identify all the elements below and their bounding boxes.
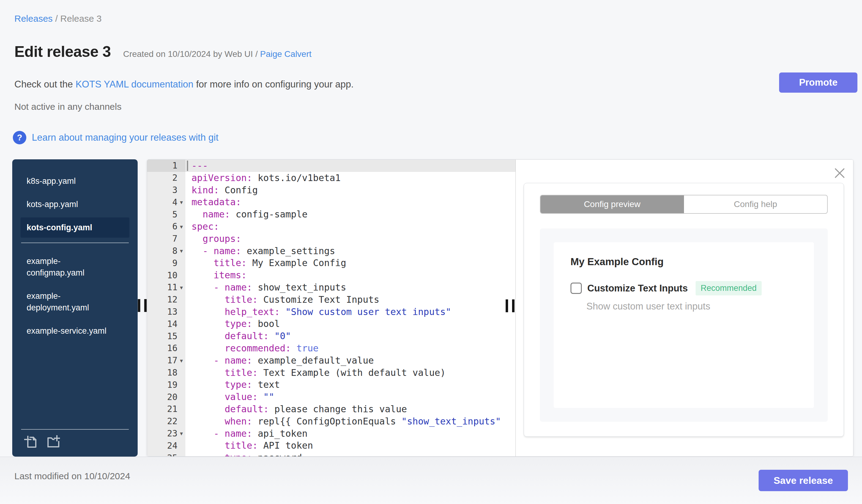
- last-modified-text: Last modified on 10/10/2024: [14, 471, 130, 481]
- token-plain: [192, 270, 213, 280]
- code-line-23[interactable]: - name: api_token: [185, 427, 515, 440]
- footer-bar: Last modified on 10/10/2024 Save release: [0, 456, 862, 504]
- code-line-20[interactable]: value: "": [185, 391, 515, 403]
- token-str: "": [263, 392, 274, 402]
- token-str: "show_text_inputs": [401, 416, 501, 427]
- new-file-icon[interactable]: [23, 435, 38, 449]
- code-line-11[interactable]: - name: show_text_inputs: [185, 281, 515, 294]
- title-row: Edit release 3 Created on 10/10/2024 by …: [14, 43, 311, 61]
- sidebar-file-example-deployment.yaml[interactable]: example-deployment.yaml: [21, 286, 129, 318]
- gutter-line-4: 4▾: [147, 196, 185, 208]
- fold-arrow-icon[interactable]: ▾: [178, 357, 185, 364]
- sidebar-file-kots-config.yaml[interactable]: kots-config.yaml: [21, 217, 129, 238]
- code-line-15[interactable]: default: "0": [185, 330, 515, 342]
- token-key: - name:: [213, 282, 252, 293]
- code-line-4[interactable]: metadata:: [185, 196, 515, 208]
- code-line-13[interactable]: help_text: "Show custom user text inputs…: [185, 306, 515, 318]
- config-preview-pane: Config previewConfig help My Example Con…: [516, 160, 853, 456]
- page-title: Edit release 3: [14, 43, 111, 61]
- token-plain: [192, 440, 224, 451]
- fold-arrow-icon[interactable]: ▾: [178, 248, 185, 254]
- customize-text-inputs-checkbox[interactable]: [571, 282, 582, 294]
- code-line-18[interactable]: title: Text Example (with default value): [185, 367, 515, 379]
- token-plain: please change this value: [269, 404, 407, 414]
- code-line-5[interactable]: name: config-sample: [185, 208, 515, 221]
- token-plain: [192, 294, 224, 305]
- gutter-line-5: 5: [147, 208, 185, 221]
- code-line-8[interactable]: - name: example_settings: [185, 245, 515, 257]
- breadcrumb-current: Release 3: [60, 13, 102, 24]
- gutter-line-21: 21: [147, 403, 185, 415]
- token-key: items:: [213, 270, 247, 280]
- line-number: 22: [167, 416, 178, 426]
- line-number: 17: [167, 355, 178, 366]
- line-number: 12: [167, 294, 178, 305]
- sidebar-file-k8s-app.yaml[interactable]: k8s-app.yaml: [21, 171, 129, 191]
- token-plain: api_token: [252, 428, 308, 439]
- line-number: 1: [172, 161, 178, 171]
- token-key: recommended:: [224, 343, 291, 354]
- token-key: ---: [192, 160, 208, 171]
- fold-arrow-icon[interactable]: ▾: [178, 199, 185, 205]
- created-text: Created on 10/10/2024 by Web UI /: [123, 49, 260, 59]
- promote-button[interactable]: Promote: [779, 72, 858, 93]
- code-line-3[interactable]: kind: Config: [185, 184, 515, 196]
- left-drag-handle[interactable]: [138, 299, 147, 312]
- code-line-2[interactable]: apiVersion: kots.io/v1beta1: [185, 172, 515, 184]
- fold-arrow-icon[interactable]: ▾: [178, 430, 185, 437]
- sidebar-file-example-service.yaml[interactable]: example-service.yaml: [21, 321, 129, 341]
- code-line-7[interactable]: groups:: [185, 233, 515, 245]
- token-plain: kots.io/v1beta1: [252, 172, 341, 183]
- code-line-25[interactable]: type: password: [185, 452, 515, 456]
- code-line-12[interactable]: title: Customize Text Inputs: [185, 294, 515, 306]
- sidebar-file-example-configmap.yaml[interactable]: example-configmap.yaml: [21, 251, 129, 283]
- code-line-21[interactable]: default: please change this value: [185, 403, 515, 415]
- gutter-line-24: 24: [147, 439, 185, 452]
- code-line-14[interactable]: type: bool: [185, 318, 515, 330]
- token-plain: [291, 343, 297, 354]
- fold-arrow-icon[interactable]: ▾: [178, 284, 185, 291]
- recommended-badge: Recommended: [696, 281, 761, 295]
- token-key: name:: [203, 209, 230, 220]
- save-release-button[interactable]: Save release: [759, 470, 848, 491]
- file-name: k8s-app.yaml: [27, 175, 112, 187]
- code-line-17[interactable]: - name: example_default_value: [185, 355, 515, 367]
- breadcrumb-releases-link[interactable]: Releases: [14, 13, 53, 24]
- code-line-19[interactable]: type: text: [185, 379, 515, 391]
- line-number: 20: [167, 392, 178, 402]
- created-author-link[interactable]: Paige Calvert: [260, 49, 311, 59]
- docs-suffix: for more info on configuring your app.: [193, 79, 354, 90]
- git-releases-link[interactable]: Learn about managing your releases with …: [32, 132, 218, 143]
- tab-config-help[interactable]: Config help: [684, 196, 827, 213]
- gutter-line-20: 20: [147, 391, 185, 403]
- token-key: help_text:: [224, 306, 280, 317]
- tab-config-preview[interactable]: Config preview: [540, 196, 684, 213]
- fold-arrow-icon[interactable]: ▾: [178, 223, 185, 230]
- drag-handle-bar: [138, 299, 140, 312]
- file-name: example-deployment.yaml: [27, 290, 112, 314]
- kots-yaml-docs-link[interactable]: KOTS YAML documentation: [76, 79, 193, 90]
- code-line-16[interactable]: recommended: true: [185, 342, 515, 355]
- code-line-6[interactable]: spec:: [185, 221, 515, 233]
- line-number: 3: [172, 185, 178, 195]
- close-icon[interactable]: [834, 168, 845, 178]
- right-drag-handle[interactable]: [506, 300, 514, 312]
- line-number: 8: [172, 246, 178, 256]
- code-line-10[interactable]: items:: [185, 269, 515, 281]
- editor-code[interactable]: ---apiVersion: kots.io/v1beta1kind: Conf…: [185, 160, 515, 456]
- token-plain: example_settings: [241, 246, 335, 256]
- code-line-9[interactable]: title: My Example Config: [185, 257, 515, 269]
- code-line-22[interactable]: when: repl{{ ConfigOptionEquals "show_te…: [185, 415, 515, 427]
- gutter-line-11: 11▾: [147, 281, 185, 294]
- line-number: 25: [167, 453, 178, 456]
- drag-handle-bar: [506, 300, 508, 312]
- sidebar-file-kots-app.yaml[interactable]: kots-app.yaml: [21, 194, 129, 214]
- token-key: default:: [224, 404, 269, 414]
- drag-handle-bar: [512, 300, 514, 312]
- code-line-1[interactable]: ---: [185, 160, 515, 172]
- git-help-row: ? Learn about managing your releases wit…: [13, 131, 218, 144]
- code-line-24[interactable]: title: API token: [185, 439, 515, 452]
- config-item-label: Customize Text Inputs: [587, 283, 688, 294]
- yaml-editor[interactable]: 1234▾56▾78▾91011▾121314151617▾1819202122…: [147, 160, 516, 456]
- new-folder-icon[interactable]: [45, 435, 60, 449]
